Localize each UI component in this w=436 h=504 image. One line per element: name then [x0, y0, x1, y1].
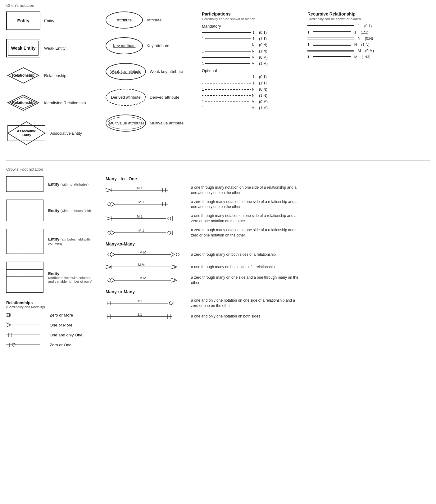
- legend-one-or-more: One or More: [6, 322, 93, 328]
- crows-header: Crow's Foot notation: [6, 167, 430, 172]
- cf-m1-line2: M:1: [106, 200, 186, 209]
- weak-entity-shape: Weak Entity: [6, 39, 40, 57]
- cf-m1-svg2: M:1: [106, 200, 186, 209]
- weak-entity-row: Weak Entity Weak Entity: [6, 39, 99, 57]
- associative-entity-label: Associative Entity: [50, 131, 88, 136]
- cf-11-line2: 1:1: [106, 312, 186, 321]
- svg-text:M:1: M:1: [137, 186, 143, 190]
- zero-or-more-label: Zero or More: [50, 313, 73, 317]
- entity-header-row: [7, 200, 43, 209]
- cf-mm-svg2: M:M: [106, 263, 186, 271]
- participations-section: Participations Cardinality can be shown …: [202, 11, 301, 154]
- crows-entity-simple-label: Entity (with no attributes): [48, 182, 89, 187]
- optional-title: Optional: [202, 68, 301, 73]
- svg-point-27: [108, 203, 111, 206]
- cf-m1-line4: M:1: [106, 228, 186, 237]
- chens-section: Chen's notation Entity Entity Weak Entit…: [6, 3, 430, 154]
- entity-var-row3: [7, 283, 43, 290]
- svg-line-35: [106, 218, 112, 220]
- relationship-row: Relationship Relationship: [6, 66, 99, 85]
- one-and-only-one-label: One and only One: [50, 333, 83, 337]
- entity-row: Entity Entity: [6, 11, 99, 30]
- crows-entity-cols-shape: [6, 229, 43, 254]
- svg-text:1:1: 1:1: [137, 313, 142, 316]
- entity-cols-body: [7, 238, 43, 254]
- attribute-shape: Attribute: [106, 11, 143, 29]
- participations-subheader: Cardinality can be shown or hidden: [202, 17, 301, 21]
- mandatory-title: Mandatory: [202, 24, 301, 29]
- svg-line-20: [106, 188, 112, 190]
- rec-row-01: 1 (0:1): [307, 24, 394, 28]
- rec-row-11: 1 1 (1:1): [307, 30, 394, 34]
- recursive-header: Recursive Relationship: [307, 11, 394, 16]
- opt-row-0M: 1 M (0:M): [202, 100, 301, 104]
- cf-mm-desc3: a zero through many on one side and a on…: [191, 275, 300, 286]
- key-attribute-label: Key attribute: [147, 43, 184, 48]
- svg-point-48: [108, 253, 111, 256]
- cf-mm-svg3: M:M: [106, 276, 186, 285]
- cf-m1-desc2: a zero through many notation on one side…: [191, 199, 300, 210]
- cf-11-row2: 1:1 a one and only one notation on both …: [106, 312, 430, 321]
- cf-m1-row3: M:1 a one through many notation on one s…: [106, 213, 430, 224]
- svg-line-57: [106, 267, 112, 269]
- part-row-0N: N (0:N): [202, 43, 301, 47]
- entity-cols-header: [7, 229, 43, 238]
- svg-text:1:1: 1:1: [137, 299, 142, 303]
- part-row-11: 1 1 (1:1): [202, 37, 301, 41]
- part-row-01: 1 (0:1): [202, 30, 301, 35]
- many-to-many2-title: Many-to-Many: [106, 289, 430, 294]
- crows-entity-attrs-shape: [6, 200, 43, 221]
- relationships-subtitle: (Cardinality and Modality): [6, 305, 93, 309]
- svg-line-34: [106, 217, 112, 218]
- entity-var-row1: [7, 270, 43, 277]
- entity-var-header: [7, 262, 43, 270]
- cf-mm-line1: M:M: [106, 250, 186, 259]
- zero-or-one-label: Zero or One: [50, 343, 71, 347]
- identifying-relationship-label: Identifying Relationship: [44, 101, 86, 105]
- opt-row-0N: 1 N (0:N): [202, 87, 301, 92]
- cf-mm-svg1: M:M: [106, 250, 186, 259]
- cf-m1-svg1: M:1: [106, 186, 186, 195]
- part-row-1N: 1 N (1:N): [202, 49, 301, 53]
- cf-11-svg1: 1:1: [106, 299, 186, 308]
- relationship-shape: Relationship: [6, 66, 40, 85]
- attribute-label: Attribute: [147, 18, 184, 22]
- weak-key-attribute-shape: Weak key attribute: [106, 63, 146, 80]
- svg-line-62: [171, 267, 177, 269]
- identifying-relationship-shape: Relationship: [6, 93, 40, 112]
- crows-entity-simple-row: Entity (with no attributes): [6, 176, 93, 192]
- svg-line-70: [171, 280, 177, 282]
- svg-line-61: [171, 265, 177, 267]
- svg-line-28: [111, 202, 115, 204]
- crows-entity-simple-shape: [6, 176, 43, 192]
- cf-m1-desc1: a one through many notation on one side …: [191, 185, 300, 196]
- cf-mm-row2: M:M a one through many on both sides of …: [106, 263, 430, 271]
- svg-line-43: [111, 233, 115, 235]
- crows-section: Crow's Foot notation Entity (with no att…: [6, 167, 430, 352]
- cf-m1-svg3: M:1: [106, 214, 186, 223]
- cf-11-desc1: a one and only one notation on one side …: [191, 298, 300, 308]
- svg-text:M:M: M:M: [139, 250, 146, 254]
- cf-mm-row3: M:M a zero through many on one side and …: [106, 275, 430, 286]
- part-row-0M: M (0:M): [202, 55, 301, 60]
- cf-mm-desc2: a one through many on both sides of a re…: [191, 264, 275, 270]
- svg-line-53: [171, 252, 175, 254]
- weak-key-attribute-label: Weak key attribute: [150, 69, 187, 74]
- legend-one-and-only-one: One and only One: [6, 332, 93, 338]
- cf-m1-row4: M:1 a zero through many notation on one …: [106, 227, 430, 238]
- chens-header: Chen's notation: [6, 3, 430, 8]
- svg-text:M:M: M:M: [139, 276, 146, 280]
- section-divider: [6, 160, 430, 161]
- svg-point-76: [169, 302, 172, 305]
- svg-text:M:1: M:1: [139, 200, 144, 204]
- svg-text:M:1: M:1: [139, 229, 144, 232]
- cf-mm-line2: M:M: [106, 263, 186, 271]
- svg-text:M:1: M:1: [137, 214, 143, 218]
- many-to-many1-title: Many-to-Many: [106, 241, 430, 246]
- cf-11-desc2: a one and only one notation on both side…: [191, 314, 260, 319]
- svg-line-29: [111, 204, 115, 206]
- participations-header: Participations: [202, 11, 301, 16]
- opt-row-01: 1 (0:1): [202, 75, 301, 79]
- crows-entity-variable-label: Entity (attributes field with columns an…: [48, 271, 93, 283]
- svg-point-39: [168, 217, 171, 220]
